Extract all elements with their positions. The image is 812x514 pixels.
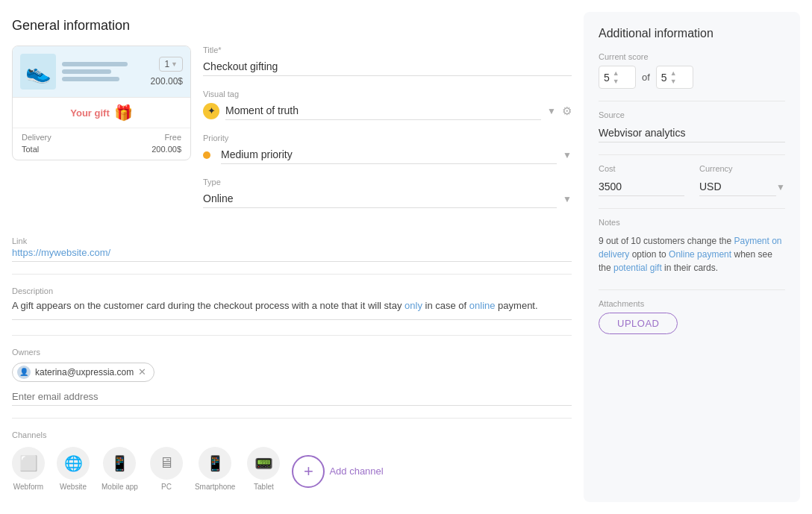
divider-1 <box>12 274 572 275</box>
score-max: 5 <box>661 72 667 84</box>
current-score-section: Current score 5 ▲ ▼ of 5 ▲ ▼ <box>599 52 785 89</box>
type-chevron: ▼ <box>563 194 572 204</box>
channel-smartphone[interactable]: 📱 Smartphone <box>195 447 235 491</box>
attachments-section: Attachments UPLOAD <box>599 299 785 334</box>
visual-tag-label: Visual tag <box>203 90 572 98</box>
shoe-image: 👟 <box>20 54 56 90</box>
link-label: Link <box>12 236 572 245</box>
priority-field-group: Priority Medium priority ▼ <box>203 134 572 164</box>
divider-2 <box>12 335 572 336</box>
owner-chip: 👤 katerina@uxpressia.com ✕ <box>12 363 154 382</box>
currency-label: Currency <box>699 164 785 173</box>
type-field-group: Type Online ▼ <box>203 178 572 208</box>
webform-icon: ⬜ <box>12 447 45 480</box>
notes-section: Notes 9 out of 10 customers change the P… <box>599 218 785 278</box>
visual-tag-icon: ✦ <box>203 103 219 119</box>
total-label: Total <box>22 145 39 154</box>
title-label: Title* <box>203 46 572 54</box>
visual-tag-select[interactable]: Moment of truth <box>225 101 541 120</box>
card-preview: 👟 1 ▼ 200.00$ <box>12 46 191 160</box>
attachments-label: Attachments <box>599 299 785 308</box>
title-input[interactable] <box>203 57 572 76</box>
smartphone-icon: 📱 <box>199 447 231 480</box>
channels-row: ⬜ Webform 🌐 Website 📱 Mobile app 🖥 PC 📱 <box>12 447 572 491</box>
channels-section: Channels ⬜ Webform 🌐 Website 📱 Mobile ap… <box>12 430 572 491</box>
type-select[interactable]: Online <box>203 189 557 208</box>
title-field-group: Title* <box>203 46 572 76</box>
visual-tag-field-group: Visual tag ✦ Moment of truth ▼ ⚙ <box>203 90 572 120</box>
cost-label: Cost <box>599 164 684 173</box>
currency-select[interactable]: USD <box>699 178 776 196</box>
channel-webform[interactable]: ⬜ Webform <box>12 447 45 491</box>
cost-value: 3500 <box>599 178 684 196</box>
cost-currency-section: Cost 3500 Currency USD ▼ <box>599 164 785 196</box>
side-divider-2 <box>599 154 785 155</box>
of-text: of <box>642 72 650 83</box>
description-text: A gift appears on the customer card duri… <box>12 298 572 320</box>
card-price: 200.00$ <box>151 76 183 87</box>
type-label: Type <box>203 178 572 187</box>
tablet-icon: 📟 <box>247 447 280 480</box>
owner-avatar: 👤 <box>17 366 31 379</box>
score-max-box: 5 ▲ ▼ <box>656 66 693 89</box>
notes-text: 9 out of 10 customers change the Payment… <box>599 231 785 278</box>
currency-chevron: ▼ <box>776 182 785 192</box>
score-spinner[interactable]: ▲ ▼ <box>613 69 619 85</box>
description-section: Description A gift appears on the custom… <box>12 286 572 320</box>
currency-col: Currency USD ▼ <box>699 164 785 196</box>
owners-section: Owners 👤 katerina@uxpressia.com ✕ <box>12 348 572 406</box>
side-divider-4 <box>599 289 785 290</box>
link-section: Link https://mywebsite.com/ <box>12 236 572 262</box>
divider-3 <box>12 418 572 419</box>
channels-label: Channels <box>12 430 572 439</box>
pc-icon: 🖥 <box>150 447 183 480</box>
add-channel-button[interactable]: + Add channel <box>292 455 383 491</box>
delivery-value: Free <box>164 133 181 142</box>
additional-info-title: Additional information <box>599 27 785 40</box>
website-icon: 🌐 <box>57 447 90 480</box>
cost-col: Cost 3500 <box>599 164 684 196</box>
score-value: 5 <box>604 72 610 84</box>
card-line-1 <box>62 62 128 66</box>
current-score-label: Current score <box>599 52 785 61</box>
description-label: Description <box>12 286 572 295</box>
channel-mobile-app[interactable]: 📱 Mobile app <box>102 447 138 491</box>
email-input[interactable] <box>12 388 572 406</box>
side-divider-1 <box>599 101 785 101</box>
cost-currency-row: Cost 3500 Currency USD ▼ <box>599 164 785 196</box>
gift-icon: 🎁 <box>114 104 133 122</box>
source-input[interactable] <box>599 124 785 142</box>
priority-dot <box>203 151 210 159</box>
mobile-app-icon: 📱 <box>103 447 136 480</box>
card-line-3 <box>62 77 119 81</box>
score-value-box: 5 ▲ ▼ <box>599 66 636 89</box>
source-label: Source <box>599 110 785 119</box>
gear-icon[interactable]: ⚙ <box>562 104 572 118</box>
total-value: 200.00$ <box>152 145 181 154</box>
channel-tablet[interactable]: 📟 Tablet <box>247 447 280 491</box>
owner-remove-button[interactable]: ✕ <box>138 367 146 377</box>
channel-website[interactable]: 🌐 Website <box>57 447 90 491</box>
add-channel-label: Add channel <box>329 466 383 477</box>
owner-email: katerina@uxpressia.com <box>35 367 134 377</box>
score-max-spinner[interactable]: ▲ ▼ <box>670 69 677 85</box>
notes-label: Notes <box>599 218 785 227</box>
priority-label: Priority <box>203 134 572 142</box>
qty-selector[interactable]: 1 ▼ <box>159 57 183 72</box>
source-section: Source <box>599 110 785 142</box>
add-channel-circle: + <box>292 455 325 488</box>
card-line-2 <box>62 69 111 74</box>
visual-tag-chevron: ▼ <box>547 106 556 116</box>
upload-button[interactable]: UPLOAD <box>599 313 678 334</box>
owners-label: Owners <box>12 348 572 357</box>
owners-chips-row: 👤 katerina@uxpressia.com ✕ <box>12 363 572 382</box>
delivery-label: Delivery <box>22 133 51 142</box>
channel-pc[interactable]: 🖥 PC <box>150 447 183 491</box>
additional-info-panel: Additional information Current score 5 ▲… <box>584 12 800 502</box>
link-value[interactable]: https://mywebsite.com/ <box>12 247 572 262</box>
gift-label: Your gift 🎁 <box>22 104 181 122</box>
side-divider-3 <box>599 208 785 209</box>
general-info-title: General information <box>12 18 572 34</box>
priority-select[interactable]: Medium priority <box>221 145 557 164</box>
score-row: 5 ▲ ▼ of 5 ▲ ▼ <box>599 66 785 89</box>
